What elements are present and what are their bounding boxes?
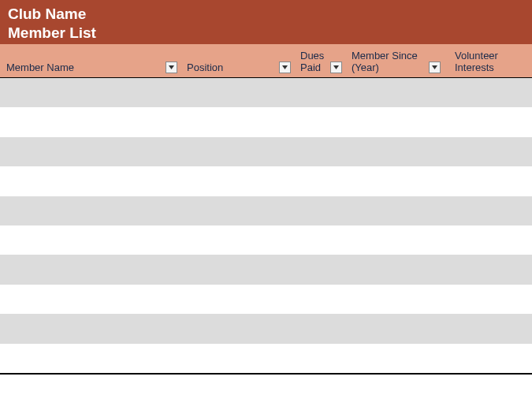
- col-header-position: Position: [180, 62, 294, 74]
- col-header-member-since: Member Since (Year): [345, 50, 444, 74]
- table-row[interactable]: [0, 166, 532, 196]
- title-line2: Member List: [8, 24, 524, 43]
- col-label-dues-paid: Dues Paid: [300, 50, 324, 74]
- table-row[interactable]: [0, 344, 532, 373]
- table-bottom-border: [0, 373, 532, 375]
- filter-button-member-since[interactable]: [429, 62, 441, 73]
- col-label-volunteer-interests: Volunteer Interests: [455, 50, 529, 74]
- svg-marker-3: [432, 65, 437, 69]
- svg-marker-1: [282, 65, 288, 69]
- chevron-down-icon: [432, 65, 437, 69]
- table-row[interactable]: [0, 285, 532, 314]
- col-header-member-name: Member Name: [0, 62, 180, 74]
- filter-button-member-name[interactable]: [166, 62, 177, 73]
- col-header-volunteer-interests: Volunteer Interests: [444, 50, 532, 74]
- table-row[interactable]: [0, 314, 532, 343]
- table-header-row: Member Name Position Dues Paid Member Si…: [0, 44, 532, 78]
- table-body: [0, 78, 532, 373]
- chevron-down-icon: [282, 65, 288, 69]
- table-row[interactable]: [0, 107, 532, 136]
- col-label-member-since: Member Since (Year): [352, 50, 418, 74]
- title-bar: Club Name Member List: [0, 0, 532, 44]
- col-label-member-name: Member Name: [6, 62, 74, 74]
- filter-button-position[interactable]: [279, 62, 291, 73]
- col-header-dues-paid: Dues Paid: [294, 50, 345, 74]
- col-label-position: Position: [187, 62, 223, 74]
- chevron-down-icon: [333, 65, 339, 69]
- table-row[interactable]: [0, 137, 532, 166]
- title-line1: Club Name: [8, 5, 524, 24]
- filter-button-dues-paid[interactable]: [330, 62, 342, 73]
- svg-marker-2: [333, 65, 339, 69]
- table-row[interactable]: [0, 78, 532, 107]
- table-row[interactable]: [0, 196, 532, 226]
- table-row[interactable]: [0, 226, 532, 255]
- table-row[interactable]: [0, 255, 532, 284]
- svg-marker-0: [169, 65, 174, 69]
- chevron-down-icon: [169, 65, 174, 69]
